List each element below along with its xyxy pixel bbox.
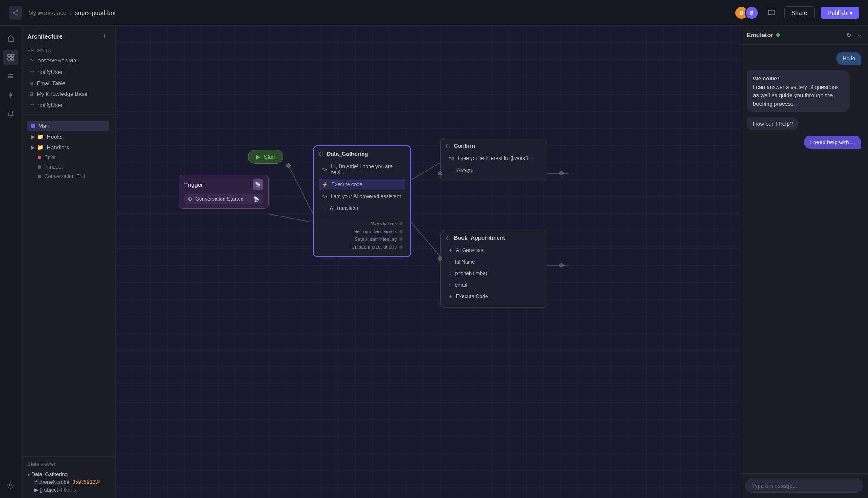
- data-row-0[interactable]: Aa Hi, I'm Artie! I hope you are havi...: [319, 161, 405, 178]
- book-row-fullname[interactable]: ○ fullName: [446, 257, 542, 267]
- table-icon: ⊞: [29, 80, 33, 86]
- data-node-title: Data_Gathering: [327, 151, 368, 157]
- avatar-s: S: [745, 6, 759, 20]
- data-row-transition[interactable]: → AI Transition: [319, 203, 405, 213]
- chat-input[interactable]: [745, 479, 863, 493]
- chat-input-area: [740, 473, 868, 498]
- chat-area: Hello Welcome! I can answer a variety of…: [740, 45, 868, 473]
- option-meeting[interactable]: Setup team meeting: [319, 235, 405, 243]
- topbar-right: D S Share Publish ▾: [735, 6, 859, 20]
- panel-title: Architecture: [27, 33, 62, 40]
- book-row-execute[interactable]: ✦ Execute Code: [446, 291, 542, 302]
- canvas: ▶ Start Trigger 📡 ⊕ Conversation Started…: [115, 26, 740, 498]
- trigger-node[interactable]: Trigger 📡 ⊕ Conversation Started 📡: [179, 175, 269, 209]
- svg-line-14: [289, 166, 313, 214]
- breadcrumb: My workspace / super-good-bot: [28, 9, 115, 16]
- topbar: My workspace / super-good-bot D S Share …: [0, 0, 868, 26]
- node-divider: [319, 216, 405, 216]
- wavy-icon2: 〜: [29, 68, 34, 76]
- emulator-title: Emulator: [747, 32, 780, 39]
- svg-line-15: [269, 214, 313, 222]
- conv-end-dot: [38, 175, 41, 178]
- start-node[interactable]: ▶ Start: [248, 150, 283, 164]
- icon-sidebar: [0, 26, 21, 498]
- flow-icon[interactable]: [3, 87, 18, 103]
- trigger-broadcast-icon: 📡: [253, 179, 263, 190]
- svg-rect-6: [11, 54, 14, 57]
- state-group: ▾ Data_Gathering: [27, 471, 109, 478]
- flow-item-main[interactable]: Main: [27, 121, 109, 131]
- book-appointment-node[interactable]: ⬡ Book_Appointment ✦ AI Generate ○ fullN…: [440, 230, 547, 308]
- conn-dot-book: [438, 256, 442, 261]
- sidebar-item-knowledgeBase[interactable]: ⊟ My Knowledge Base: [23, 89, 113, 99]
- bell-icon[interactable]: [3, 106, 18, 122]
- chat-icon-button[interactable]: [765, 6, 778, 20]
- chat-message-welcome: Welcome! I can answer a variety of quest…: [747, 70, 850, 112]
- more-button[interactable]: ⋯: [855, 32, 861, 39]
- trigger-conversation-started[interactable]: ⊕ Conversation Started 📡: [184, 194, 263, 204]
- flow-sub-error[interactable]: Error: [27, 153, 109, 162]
- confirm-node[interactable]: ⬡ Confirm Aa I see you're interest in @w…: [440, 138, 547, 181]
- option-dot3: [399, 237, 403, 241]
- sidebar-item-notifyUser1[interactable]: 〜 notifyUser: [23, 66, 113, 78]
- emulator-actions: ↻ ⋯: [847, 32, 861, 39]
- trigger-header: Trigger 📡: [184, 179, 263, 190]
- confirm-header: ⬡ Confirm: [446, 142, 542, 149]
- panel-header: Architecture +: [21, 26, 115, 45]
- confirm-icon: ⬡: [446, 143, 450, 149]
- bot-name[interactable]: super-good-bot: [75, 9, 115, 16]
- conn-dot-confirm: [438, 171, 442, 175]
- chat-message-hello: Hello: [836, 52, 861, 65]
- book-header: ⬡ Book_Appointment: [446, 234, 542, 241]
- book-row-email[interactable]: ○ email: [446, 280, 542, 290]
- add-button[interactable]: +: [100, 32, 109, 41]
- architecture-icon[interactable]: [3, 50, 18, 65]
- svg-line-16: [411, 163, 440, 180]
- flow-sub-timeout[interactable]: Timeout: [27, 162, 109, 172]
- emulator-header: Emulator ↻ ⋯: [740, 26, 868, 45]
- chat-message-how: How can I help?: [747, 117, 799, 130]
- avatar-group: D S: [735, 6, 759, 20]
- confirm-row-0[interactable]: Aa I see you're interest in @workfl...: [446, 153, 542, 163]
- flow-item-hooks[interactable]: ▶ 📁 Hooks: [27, 131, 109, 142]
- option-dot4: [399, 245, 403, 249]
- publish-button[interactable]: Publish ▾: [821, 7, 859, 19]
- data-row-ai[interactable]: Aa I am your AI powered assistant: [319, 191, 405, 202]
- option-dot2: [399, 230, 403, 233]
- data-gathering-node[interactable]: ⬡ Data_Gathering Aa Hi, I'm Artie! I hop…: [313, 145, 411, 257]
- conn-dot-confirm-right: [559, 171, 564, 175]
- confirm-row-always[interactable]: → Always: [446, 165, 542, 175]
- option-weekly-brief[interactable]: Weekly brief: [319, 220, 405, 228]
- state-viewer: State viewer ▾ Data_Gathering # phoneNum…: [21, 456, 115, 498]
- data-row-execute[interactable]: ⚡ Execute code: [319, 179, 405, 190]
- error-dot: [38, 156, 41, 159]
- start-label: Start: [264, 154, 275, 160]
- share-icon-btn[interactable]: [9, 6, 22, 20]
- option-dot: [399, 222, 403, 225]
- settings-icon[interactable]: [3, 477, 18, 493]
- topbar-left: My workspace / super-good-bot: [9, 6, 115, 20]
- svg-line-17: [411, 222, 440, 257]
- sidebar-item-notifyUser2[interactable]: 〜 notifyUser: [23, 99, 113, 111]
- svg-line-4: [14, 13, 16, 14]
- share-button[interactable]: Share: [784, 6, 815, 19]
- option-emails[interactable]: Get important emails: [319, 228, 405, 235]
- book-row-phone[interactable]: ○ phoneNumber: [446, 268, 542, 279]
- flow-sub-conversation-end[interactable]: Conversation End: [27, 172, 109, 181]
- folder-icon2: ▶ 📁: [31, 144, 44, 151]
- workspace-label[interactable]: My workspace: [28, 9, 66, 16]
- book-row-generate[interactable]: ✦ AI Generate: [446, 245, 542, 255]
- list-icon[interactable]: [3, 68, 18, 84]
- sidebar-item-emailTable[interactable]: ⊞ Email Table: [23, 78, 113, 89]
- sidebar-item-observeNewMail[interactable]: 〜 observeNewMail: [23, 55, 113, 66]
- home-icon[interactable]: [3, 31, 18, 46]
- svg-point-1: [17, 10, 18, 11]
- main-layout: Architecture + Recents 〜 observeNewMail …: [0, 26, 868, 498]
- state-object: ▶ {} object 4 items: [27, 486, 109, 494]
- refresh-button[interactable]: ↻: [847, 32, 852, 39]
- option-upload[interactable]: Upload project details: [319, 243, 405, 251]
- flow-section: Main ▶ 📁 Hooks ▶ 📁 Handlers Error Timeou…: [21, 118, 115, 184]
- wavy-icon3: 〜: [29, 101, 34, 109]
- connections-svg: [115, 26, 740, 498]
- flow-item-handlers[interactable]: ▶ 📁 Handlers: [27, 142, 109, 153]
